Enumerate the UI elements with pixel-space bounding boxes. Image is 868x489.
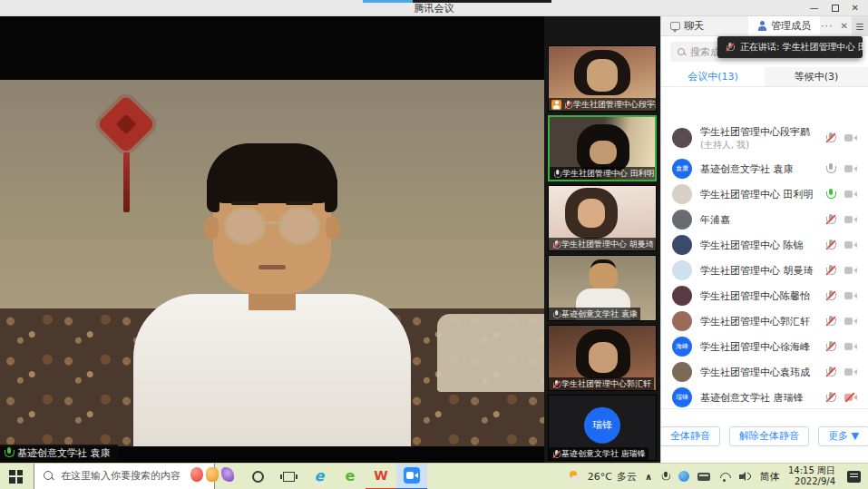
mic-icon[interactable]	[825, 214, 835, 226]
video-thumbnail-strip: 学生社团管理中心段宇鹛 学生社团管理中心 田利明 学生社团管理中心 胡曼琦 基迹…	[544, 16, 660, 463]
member-row[interactable]: 学生社团管理中心 胡曼琦	[661, 258, 868, 283]
ime-indicator[interactable]: 简体	[760, 470, 780, 484]
taskbar-search-input[interactable]: 在这里输入你要搜索的内容	[34, 464, 215, 489]
camera-icon[interactable]	[844, 164, 857, 173]
volume-icon[interactable]	[739, 472, 752, 482]
avatar	[672, 184, 692, 204]
mic-icon[interactable]	[825, 341, 835, 353]
network-icon[interactable]	[718, 472, 731, 482]
mic-icon	[553, 170, 560, 177]
mic-icon	[564, 101, 571, 108]
mic-icon[interactable]	[825, 265, 835, 277]
more-button[interactable]: 更多 ▼	[818, 426, 868, 446]
tray-device-icon[interactable]	[697, 473, 710, 481]
ie-icon: e	[315, 469, 325, 484]
member-row[interactable]: 学生社团管理中心 陈锦	[661, 232, 868, 258]
video-thumbnail[interactable]: 瑞锋 基迹创意文学社 唐瑞锋	[548, 395, 657, 461]
camera-icon[interactable]	[844, 367, 857, 377]
member-row[interactable]: 袁康 基迹创意文学社 袁康	[661, 156, 868, 181]
taskbar-clock[interactable]: 14:15 周日 2022/9/4	[788, 465, 835, 488]
unmute-all-button[interactable]: 解除全体静音	[729, 426, 809, 446]
hidden-icons-chevron[interactable]: ∧	[645, 472, 652, 482]
close-button[interactable]: ✕	[852, 0, 859, 16]
mic-icon[interactable]	[825, 316, 835, 328]
maximize-button[interactable]	[832, 5, 839, 12]
task-view-button[interactable]	[273, 464, 304, 489]
mic-icon[interactable]	[825, 392, 835, 404]
weather-icon	[569, 471, 583, 482]
avatar	[672, 128, 692, 148]
camera-icon[interactable]	[844, 240, 857, 249]
glasses	[224, 207, 266, 245]
tencent-meeting-icon	[404, 467, 420, 484]
avatar: 瑞锋	[672, 387, 692, 407]
camera-icon[interactable]	[844, 133, 857, 142]
camera-icon[interactable]	[844, 190, 857, 199]
cortana-button[interactable]	[242, 464, 273, 489]
more-options-icon[interactable]: ···	[821, 20, 834, 32]
camera-icon[interactable]	[844, 342, 857, 351]
tab-in-meeting[interactable]: 会议中(13)	[661, 67, 765, 86]
camera-icon[interactable]	[844, 266, 857, 275]
weather-widget[interactable]: 26°C 多云	[569, 470, 637, 484]
mic-icon[interactable]	[825, 367, 835, 378]
mic-icon[interactable]	[825, 189, 835, 200]
panel-layout-button[interactable]: ☰	[852, 16, 868, 36]
member-row[interactable]: 海峰 学生社团管理中心徐海峰	[661, 334, 868, 359]
mic-icon[interactable]	[825, 240, 835, 251]
tiger-icon	[206, 467, 219, 482]
member-row[interactable]: 学生社团管理中心郭汇轩	[661, 308, 868, 334]
mic-icon	[552, 450, 559, 457]
desktop: 腾讯会议 — ✕ 基迹创意文	[0, 0, 868, 489]
camera-icon[interactable]	[844, 317, 857, 326]
minimize-button[interactable]: —	[810, 0, 819, 16]
video-thumbnail[interactable]: 基迹创意文学社 袁康	[548, 255, 657, 321]
video-thumbnail[interactable]: 学生社团管理中心 胡曼琦	[548, 185, 657, 251]
avatar	[672, 362, 692, 382]
avatar: 袁康	[672, 159, 692, 179]
member-row[interactable]: 年浦嘉	[661, 207, 868, 232]
member-row[interactable]: 学生社团管理中心袁玮成	[661, 359, 868, 385]
person-head	[213, 151, 331, 294]
tray-sync-icon[interactable]	[678, 471, 689, 482]
camera-icon[interactable]	[844, 215, 857, 224]
avatar: 海峰	[672, 337, 692, 357]
tencent-meeting-button[interactable]	[396, 464, 427, 489]
browser-360-button[interactable]: e	[335, 464, 366, 489]
taskbar: 在这里输入你要搜索的内容 e e W 26°C 多云 ∧	[0, 463, 868, 489]
muted-mic-icon	[726, 42, 734, 52]
task-view-icon	[283, 472, 295, 482]
mic-icon[interactable]	[825, 132, 835, 144]
mic-icon	[552, 240, 559, 248]
firework-icon	[221, 467, 234, 482]
mic-icon[interactable]	[825, 290, 835, 302]
cortana-icon	[252, 471, 264, 483]
mute-all-button[interactable]: 全体静音	[660, 426, 720, 446]
main-video[interactable]: 基迹创意文学社 袁康	[0, 16, 544, 463]
camera-icon[interactable]	[844, 291, 857, 300]
windows-start-button[interactable]	[9, 470, 23, 484]
internet-explorer-button[interactable]: e	[304, 464, 335, 489]
camera-icon[interactable]	[844, 393, 857, 402]
tab-manage-members[interactable]: 管理成员	[748, 16, 820, 35]
member-row[interactable]: 学生社团管理中心陈馨怡	[661, 283, 868, 308]
video-thumbnail[interactable]: 学生社团管理中心段宇鹛	[548, 45, 657, 112]
wps-office-button[interactable]: W	[366, 464, 396, 489]
video-thumbnail[interactable]: 学生社团管理中心 田利明	[548, 115, 657, 181]
tray-mic-icon[interactable]	[661, 471, 670, 482]
mic-icon[interactable]	[825, 163, 835, 175]
panel-close-icon[interactable]: ✕	[841, 21, 848, 31]
avatar	[672, 210, 692, 230]
tab-waiting[interactable]: 等候中(3)	[765, 67, 868, 86]
chinese-knot-decoration	[96, 94, 155, 153]
active-speaker-label: 基迹创意文学社 袁康	[0, 445, 118, 462]
tab-chat[interactable]: 聊天	[661, 16, 748, 35]
window-titlebar[interactable]: 腾讯会议 — ✕	[0, 0, 868, 16]
speaking-tooltip: 正在讲话: 学生社团管理中心 田...	[717, 36, 863, 58]
video-thumbnail[interactable]: 学生社团管理中心郭汇轩	[548, 325, 657, 391]
action-center-icon[interactable]	[847, 471, 861, 483]
balloon-icon	[190, 467, 203, 482]
member-row[interactable]: 学生社团管理中心 田利明	[661, 181, 868, 207]
member-row[interactable]: 瑞锋 基迹创意文学社 唐瑞锋	[661, 385, 868, 408]
member-row[interactable]: 学生社团管理中心段宇鹛(主持人, 我)	[661, 120, 868, 156]
